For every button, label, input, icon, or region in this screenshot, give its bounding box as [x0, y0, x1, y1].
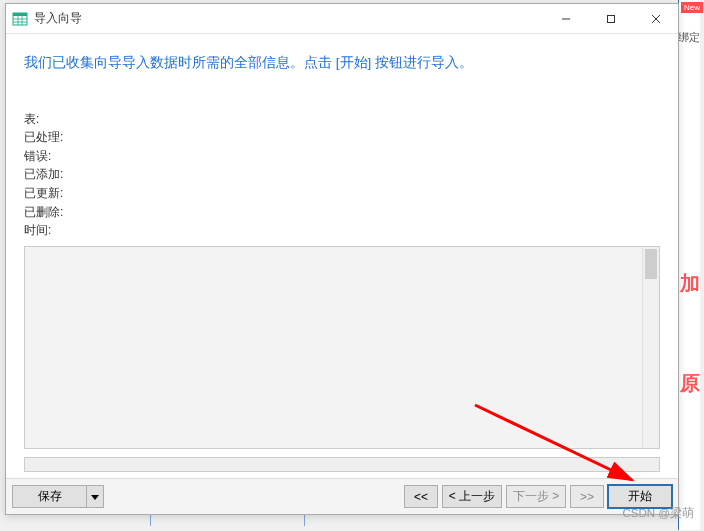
stats-block: 表: 已处理: 错误: 已添加: 已更新: 已删除: 时间: [24, 110, 660, 240]
background-tab-outline [150, 514, 305, 526]
progress-bar [24, 457, 660, 472]
new-badge: New [681, 2, 703, 13]
svg-rect-7 [607, 15, 614, 22]
titlebar: 导入向导 [6, 4, 678, 34]
label-added: 已添加: [24, 165, 72, 184]
content-area: 我们已收集向导导入数据时所需的全部信息。点击 [开始] 按钮进行导入。 表: 已… [6, 34, 678, 478]
next-button: 下一步 > [506, 485, 566, 508]
vertical-scrollbar[interactable] [642, 247, 659, 448]
label-time: 时间: [24, 221, 72, 240]
maximize-button[interactable] [588, 4, 633, 34]
window-title: 导入向导 [34, 10, 543, 27]
log-textarea[interactable] [24, 246, 660, 449]
app-icon [12, 11, 28, 27]
scrollbar-thumb[interactable] [645, 249, 657, 279]
save-split-button: 保存 [12, 485, 104, 508]
label-deleted: 已删除: [24, 203, 72, 222]
previous-button[interactable]: < 上一步 [442, 485, 502, 508]
label-error: 错误: [24, 147, 72, 166]
import-wizard-dialog: 导入向导 我们已收集向导导入数据时所需的全部信息。点击 [开始] 按钮进行导入。… [5, 3, 679, 515]
chevron-down-icon [91, 490, 99, 504]
start-button[interactable]: 开始 [608, 485, 672, 508]
save-dropdown-button[interactable] [86, 485, 104, 508]
last-button: >> [570, 485, 604, 508]
label-table: 表: [24, 110, 72, 129]
label-updated: 已更新: [24, 184, 72, 203]
close-button[interactable] [633, 4, 678, 34]
instruction-text: 我们已收集向导导入数据时所需的全部信息。点击 [开始] 按钮进行导入。 [24, 52, 660, 74]
bg-text-fragment: 绑定 [678, 30, 700, 45]
background-panel: 加 原 [678, 0, 700, 530]
save-button[interactable]: 保存 [12, 485, 86, 508]
minimize-button[interactable] [543, 4, 588, 34]
svg-rect-1 [13, 13, 27, 16]
svg-marker-10 [91, 495, 99, 500]
bg-red-text-1: 加 [680, 270, 700, 297]
bg-red-text-2: 原 [680, 370, 700, 397]
footer-bar: 保存 << < 上一步 下一步 > >> 开始 [6, 478, 678, 514]
first-button[interactable]: << [404, 485, 438, 508]
label-processed: 已处理: [24, 128, 72, 147]
save-button-label: 保存 [38, 488, 62, 505]
